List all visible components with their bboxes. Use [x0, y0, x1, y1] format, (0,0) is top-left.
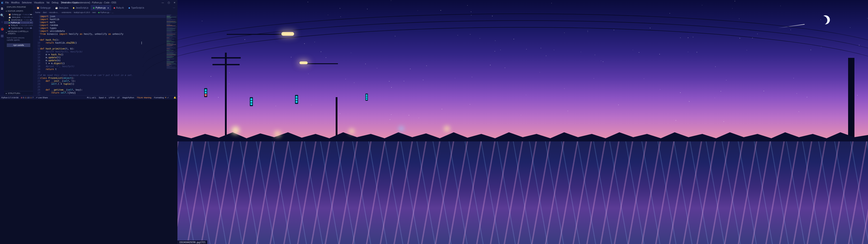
js-file-icon: ◆: [73, 6, 74, 9]
ts-file-icon: ◆: [8, 27, 10, 29]
file-name: Python.py: [11, 22, 20, 24]
formatting-x-icon: ✕: [165, 96, 166, 99]
status-eol[interactable]: LF: [117, 96, 120, 99]
go-file-icon: 🐹: [37, 6, 39, 9]
outline-section[interactable]: ▸STRUTTURA: [4, 91, 33, 95]
breadcrumb-segment[interactable]: home: [35, 11, 40, 13]
explorer-title: ESPLORA RISORSE: [4, 5, 33, 9]
tab-java-java[interactable]: ☕Java.java: [53, 5, 70, 10]
dirty-indicator-icon: ●: [31, 13, 32, 16]
formatting-check-icon: ✓: [167, 96, 169, 99]
open-editor-item[interactable]: ◆JavaScript.js~/.vscode-oss/extensions/.…: [4, 19, 33, 21]
live-share-icon: ↗: [36, 96, 37, 99]
breadcrumb-segment[interactable]: ...: [112, 11, 114, 13]
warning-count-a: 13: [27, 96, 29, 99]
file-name: Java.java: [12, 16, 20, 18]
activity-bar: 🗎 🔍 ⑂ 🐞 ▦: [0, 5, 4, 95]
file-path: ~/.vscode-oss/extensions/tea...: [19, 24, 33, 26]
minimap[interactable]: [166, 14, 178, 95]
open-folder-button[interactable]: Apri cartella: [7, 43, 30, 47]
menu-file[interactable]: File: [5, 1, 9, 4]
open-editors-section[interactable]: ▾EDITOR APERTI: [4, 9, 33, 13]
tab-overflow-button[interactable]: ⋯: [170, 5, 178, 10]
bell-icon[interactable]: 🔔: [174, 96, 176, 99]
tab-bar: 🐹Golang.go☕Java.java◆JavaScript.js◆Pytho…: [33, 5, 178, 10]
status-language[interactable]: MagicPython: [122, 96, 134, 99]
image-viewer-status-bar: 1553434429298..jpg 17/21: [178, 240, 207, 244]
open-editor-item[interactable]: ●◆Python.py~/.vscode-oss/extensions/...9: [4, 21, 33, 24]
traffic-light-icon: [250, 97, 253, 106]
menu-vai[interactable]: Vai: [46, 1, 50, 4]
tab-javascript-js[interactable]: ◆JavaScript.js: [70, 5, 91, 10]
rb-file-icon: ◆: [114, 6, 115, 9]
tab-label: JavaScript.js: [75, 6, 88, 9]
tab-label: Python.py: [96, 6, 105, 9]
breadcrumb-segment[interactable]: dani: [43, 11, 47, 13]
file-name: TypeScript.ts: [11, 27, 23, 29]
open-editor-item[interactable]: ◆TypeScript.ts~/.vscode-oss/extens...9: [4, 27, 33, 29]
status-cursor-position[interactable]: Ri 1, col 1: [87, 96, 96, 99]
window-close-button[interactable]: ✕: [172, 1, 178, 4]
breadcrumb-segment[interactable]: ◆ Python.py: [98, 11, 110, 13]
window-minimize-button[interactable]: —: [160, 1, 166, 4]
breadcrumb[interactable]: home›dani›vscode-o...›extensions›teabyii…: [33, 10, 178, 14]
py-file-icon: ◆: [93, 6, 95, 9]
breadcrumb-segment[interactable]: teabyii.ayu-0.18.0: [74, 11, 90, 13]
tab-ruby-rb[interactable]: ◆Ruby.rb: [111, 5, 126, 10]
status-live-share[interactable]: ↗ Live Share: [36, 96, 48, 99]
breadcrumb-segment[interactable]: test: [92, 11, 96, 13]
no-folder-section[interactable]: ▾NESSUNA CARTELLA APERTA: [4, 29, 33, 36]
tab-golang-go[interactable]: 🐹Golang.go: [34, 5, 53, 10]
go-file-icon: 🐹: [8, 13, 11, 16]
status-python[interactable]: Python 3.7.4 64-bit: [1, 96, 19, 99]
rb-file-icon: ◆: [8, 24, 10, 26]
chevron-right-icon: ›: [60, 11, 61, 13]
tab-label: Java.java: [59, 6, 68, 9]
vscode-window: ◧ FileModificaSelezioneVisualizzaVaiDebu…: [0, 0, 178, 99]
breadcrumb-segment[interactable]: vscode-o...: [49, 11, 59, 13]
tab-python-py[interactable]: ◆Python.py●: [91, 5, 111, 10]
open-editor-item[interactable]: ☕Java.java~/.vscode-oss/extensions/tea..…: [4, 16, 33, 19]
status-formatting[interactable]: Formatting: ✕ ✓: [154, 96, 169, 99]
breadcrumb-segment[interactable]: extensions: [62, 11, 71, 13]
menu-visualizza[interactable]: Visualizza: [34, 1, 44, 4]
chevron-right-icon: ›: [41, 11, 42, 13]
editor[interactable]: 1234567891011121314151617181920212223242…: [33, 14, 178, 95]
window-maximize-button[interactable]: ▢: [166, 1, 172, 4]
open-editor-item[interactable]: ●🐹Golang.go~/.vscode-oss/extensions/tea.…: [4, 13, 33, 16]
street-lamp-icon: [281, 32, 294, 36]
image-filename: 1553434429298..jpg: [179, 241, 200, 244]
window-title: [Host di sviluppo estensione] - Python.p…: [61, 1, 116, 4]
git-icon[interactable]: ⑂: [1, 20, 3, 24]
java-file-icon: ☕: [8, 16, 11, 18]
file-path: ~/.vscode-oss/extensions/tea...: [21, 16, 33, 18]
status-problems[interactable]: ⊘ 0 ⚠ 13 ⚠ 7: [21, 96, 34, 99]
problem-badge: 9: [30, 22, 32, 24]
menu-selezione[interactable]: Selezione: [22, 1, 32, 4]
text-cursor: [142, 41, 142, 44]
tab-label: Ruby.rb: [116, 6, 124, 9]
no-folder-label: NESSUNA CARTELLA APERTA: [8, 30, 31, 35]
secondary-monitor-wallpaper: 1553434429298..jpg 17/21: [178, 0, 868, 244]
search-icon[interactable]: 🔍: [0, 13, 4, 17]
no-folder-note: Non ci sono ancora cartelle aperte.: [4, 36, 33, 42]
chevron-right-icon: ›: [72, 11, 73, 13]
title-bar: ◧ FileModificaSelezioneVisualizzaVaiDebu…: [0, 0, 178, 5]
menu-modifica[interactable]: Modifica: [11, 1, 20, 4]
traffic-light-icon: [204, 88, 207, 97]
open-editor-item[interactable]: ◆Ruby.rb~/.vscode-oss/extensions/tea...: [4, 24, 33, 27]
status-encoding[interactable]: UTF-8: [109, 96, 115, 99]
app-icon: ◧: [1, 1, 3, 4]
code-content[interactable]: import jsonimport hashlibimport mathimpo…: [40, 14, 178, 95]
extensions-icon[interactable]: ▦: [1, 34, 4, 37]
editor-group: 🐹Golang.go☕Java.java◆JavaScript.js◆Pytho…: [33, 5, 178, 95]
status-indent[interactable]: Spazi: 4: [99, 96, 106, 99]
tab-typescript-ts[interactable]: ◆TypeScript.ts: [126, 5, 147, 10]
files-icon[interactable]: 🗎: [0, 7, 4, 10]
tslint-label: TSLint:: [137, 96, 144, 99]
dirty-indicator-icon[interactable]: ●: [107, 6, 109, 9]
menu-debug[interactable]: Debug: [52, 1, 58, 4]
image-scale: 17/21: [200, 241, 206, 244]
debug-icon[interactable]: 🐞: [0, 27, 4, 31]
status-tslint[interactable]: TSLint: Warning: [137, 96, 151, 99]
